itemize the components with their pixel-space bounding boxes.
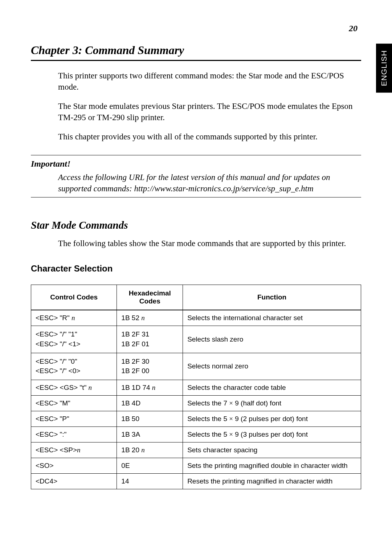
command-table: Control Codes Hexadecimal Codes Function… <box>31 285 361 489</box>
cell-func: Sets the printing magnified double in ch… <box>183 458 361 473</box>
language-tab: ENGLISH <box>376 44 392 93</box>
cell-codes: <ESC> <SP>n <box>31 442 117 458</box>
cell-func: Selects the 7 × 9 (half dot) font <box>183 395 361 411</box>
cell-codes: <ESC> "R" n <box>31 310 117 326</box>
important-rule-bottom <box>31 197 361 197</box>
cell-hex: 1B 3A <box>117 427 183 442</box>
cell-func: Selects the international character set <box>183 310 361 326</box>
intro-paragraph: The Star mode emulates previous Star pri… <box>58 101 354 123</box>
cell-func: Selects the 5 × 9 (2 pulses per dot) fon… <box>183 411 361 427</box>
cell-func: Selects the character code table <box>183 380 361 395</box>
table-row: <ESC> "/" "1"<ESC> "/" <1> 1B 2F 311B 2F… <box>31 326 361 353</box>
intro-paragraph: This printer supports two different comm… <box>58 70 354 93</box>
cell-hex: 1B 20 n <box>117 442 183 458</box>
cell-hex: 1B 4D <box>117 395 183 411</box>
table-header: Function <box>183 285 361 310</box>
cell-hex: 14 <box>117 473 183 489</box>
table-row: <DC4> 14 Resets the printing magnified i… <box>31 473 361 489</box>
cell-func: Selects the 5 × 9 (3 pulses per dot) fon… <box>183 427 361 442</box>
section-title: Star Mode Commands <box>31 219 361 231</box>
table-header: Hexadecimal Codes <box>117 285 183 310</box>
cell-codes: <SO> <box>31 458 117 473</box>
table-row: <ESC> <SP>n 1B 20 n Sets character spaci… <box>31 442 361 458</box>
table-row: <ESC> ":" 1B 3A Selects the 5 × 9 (3 pul… <box>31 427 361 442</box>
cell-codes: <ESC> ":" <box>31 427 117 442</box>
table-header-row: Control Codes Hexadecimal Codes Function <box>31 285 361 310</box>
important-label: Important! <box>31 159 361 169</box>
cell-func: Resets the printing magnified in charact… <box>183 473 361 489</box>
important-text: Access the following URL for the latest … <box>58 172 354 194</box>
table-row: <ESC> "P" 1B 50 Selects the 5 × 9 (2 pul… <box>31 411 361 427</box>
section-intro: The following tables show the Star mode … <box>58 238 354 249</box>
cell-hex: 1B 1D 74 n <box>117 380 183 395</box>
page-number: 20 <box>349 24 358 33</box>
cell-func: Selects normal zero <box>183 353 361 380</box>
intro-paragraph: This chapter provides you with all of th… <box>58 131 354 142</box>
table-header: Control Codes <box>31 285 117 310</box>
table-row: <ESC> <GS> "t" n 1B 1D 74 n Selects the … <box>31 380 361 395</box>
cell-codes: <ESC> "M" <box>31 395 117 411</box>
cell-codes: <DC4> <box>31 473 117 489</box>
cell-hex: 1B 50 <box>117 411 183 427</box>
intro-block: This printer supports two different comm… <box>58 70 354 142</box>
cell-func: Sets character spacing <box>183 442 361 458</box>
cell-hex: 1B 2F 301B 2F 00 <box>117 353 183 380</box>
important-rule-top <box>31 155 361 155</box>
cell-hex: 1B 2F 311B 2F 01 <box>117 326 183 353</box>
cell-codes: <ESC> "/" "0"<ESC> "/" <0> <box>31 353 117 380</box>
cell-codes: <ESC> "P" <box>31 411 117 427</box>
table-row: <ESC> "R" n 1B 52 n Selects the internat… <box>31 310 361 326</box>
table-row: <ESC> "/" "0"<ESC> "/" <0> 1B 2F 301B 2F… <box>31 353 361 380</box>
cell-codes: <ESC> <GS> "t" n <box>31 380 117 395</box>
table-row: <SO> 0E Sets the printing magnified doub… <box>31 458 361 473</box>
cell-func: Selects slash zero <box>183 326 361 353</box>
table-row: <ESC> "M" 1B 4D Selects the 7 × 9 (half … <box>31 395 361 411</box>
subsection-title: Character Selection <box>31 264 361 274</box>
cell-hex: 0E <box>117 458 183 473</box>
title-rule <box>31 60 361 61</box>
cell-codes: <ESC> "/" "1"<ESC> "/" <1> <box>31 326 117 353</box>
chapter-title: Chapter 3: Command Summary <box>31 44 361 57</box>
cell-hex: 1B 52 n <box>117 310 183 326</box>
